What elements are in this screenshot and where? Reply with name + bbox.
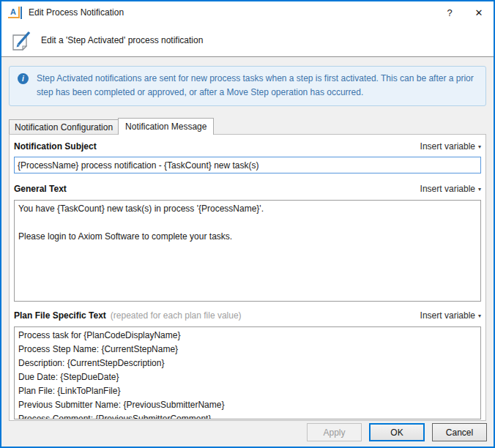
plan-file-hint: (repeated for each plan file value) <box>111 310 242 321</box>
tab-notification-message[interactable]: Notification Message <box>118 118 214 135</box>
chevron-down-icon: ▾ <box>478 313 481 319</box>
titlebar-buttons: ? ✕ <box>435 1 494 23</box>
subject-label-row: Notification Subject Insert variable ▾ <box>14 141 481 152</box>
notification-subject-input[interactable] <box>14 157 481 173</box>
general-text-label: General Text <box>14 184 67 194</box>
insert-variable-label: Insert variable <box>420 184 475 194</box>
general-text-textarea[interactable]: You have {TaskCount} new task(s) in proc… <box>14 200 481 302</box>
help-icon[interactable]: ? <box>435 1 464 23</box>
info-banner: i Step Activated notifications are sent … <box>9 66 486 106</box>
insert-variable-label: Insert variable <box>420 310 475 321</box>
axiom-logo-bar-icon <box>21 7 22 19</box>
dialog-subtitle: Edit a 'Step Activated' process notifica… <box>41 35 203 45</box>
window-title: Edit Process Notification <box>29 7 124 18</box>
info-banner-text: Step Activated notifications are sent fo… <box>37 73 474 97</box>
notification-message-panel: Notification Subject Insert variable ▾ G… <box>9 134 486 421</box>
close-icon[interactable]: ✕ <box>464 1 494 23</box>
edit-process-notification-dialog: A Edit Process Notification ? ✕ Edit a '… <box>0 0 495 448</box>
chevron-down-icon: ▾ <box>478 186 481 193</box>
insert-variable-dropdown-plan-file[interactable]: Insert variable ▾ <box>420 310 481 321</box>
apply-button: Apply <box>307 423 362 441</box>
edit-note-icon <box>9 28 34 53</box>
tab-label: Notification Message <box>125 122 206 132</box>
plan-file-specific-textarea[interactable]: Process task for {PlanCodeDisplayName} P… <box>14 326 481 419</box>
tab-strip: Notification Configuration Notification … <box>9 117 486 134</box>
tab-notification-configuration[interactable]: Notification Configuration <box>9 119 119 134</box>
chevron-down-icon: ▾ <box>478 143 481 150</box>
plan-file-label-row: Plan File Specific Text (repeated for ea… <box>14 310 481 321</box>
insert-variable-dropdown-general[interactable]: Insert variable ▾ <box>420 184 481 194</box>
cancel-button[interactable]: Cancel <box>432 423 487 441</box>
insert-variable-label: Insert variable <box>420 141 475 152</box>
dialog-button-row: Apply OK Cancel <box>307 423 487 441</box>
dialog-header: Edit a 'Step Activated' process notifica… <box>1 23 494 57</box>
ok-button[interactable]: OK <box>369 423 425 441</box>
axiom-logo-icon: A <box>8 7 20 18</box>
plan-file-specific-text-label: Plan File Specific Text <box>14 310 106 321</box>
notification-subject-label: Notification Subject <box>14 141 97 152</box>
insert-variable-dropdown-subject[interactable]: Insert variable ▾ <box>420 141 481 152</box>
title-bar: A Edit Process Notification ? ✕ <box>1 1 494 23</box>
general-label-row: General Text Insert variable ▾ <box>14 184 481 195</box>
tab-label: Notification Configuration <box>15 122 113 132</box>
info-icon: i <box>18 73 29 84</box>
